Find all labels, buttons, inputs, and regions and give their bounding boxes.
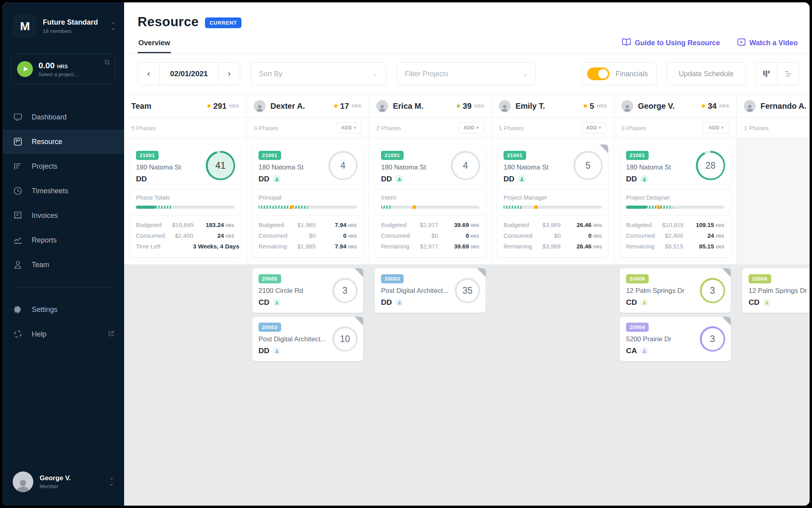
sidebar-item-invoices[interactable]: Invoices xyxy=(2,203,124,228)
edit-icon[interactable] xyxy=(104,59,110,67)
user-name: George V. xyxy=(40,474,71,482)
add-phase-button[interactable]: ADD + xyxy=(458,122,484,133)
add-phase-button[interactable]: ADD + xyxy=(703,122,729,133)
column-name: Team xyxy=(131,102,151,111)
first-row-cell: 21001180 Natoma StDD5Project ManagerBudg… xyxy=(492,138,614,264)
financial-money: $2,400 xyxy=(665,232,683,239)
next-date-button[interactable]: › xyxy=(218,63,240,85)
financial-label: Budgeted xyxy=(259,221,295,228)
guide-link-label: Guide to Using Resource xyxy=(635,39,720,47)
hours-unit: HRS xyxy=(716,234,724,239)
user-menu[interactable]: George V. Member ⌃⌄ xyxy=(2,471,124,506)
sidebar-item-settings[interactable]: Settings xyxy=(2,297,124,322)
phase-mini-card[interactable]: 200045200 Prairie DrCA3 xyxy=(620,317,731,361)
card-progress-section: Project Designer xyxy=(620,189,731,216)
financial-row: Budgeted$10,915109.15 HRS xyxy=(626,219,724,230)
status-dot-icon xyxy=(207,104,211,108)
main-panel: Resource CURRENT Overview Guide to Using… xyxy=(124,2,810,506)
sort-by-placeholder: Sort By xyxy=(259,70,282,78)
sidebar-item-resource[interactable]: Resource xyxy=(2,129,124,154)
guide-link[interactable]: Guide to Using Resource xyxy=(622,38,720,48)
timer-project-placeholder[interactable]: Select a project... xyxy=(38,71,78,77)
financial-label: Budgeted xyxy=(626,221,662,228)
invoices-icon xyxy=(13,211,23,220)
phase-summary-card[interactable]: 21001180 Natoma StDD4InternBudgeted$2,97… xyxy=(375,144,486,257)
add-phase-button[interactable]: ADD + xyxy=(581,122,607,133)
card-progress-section: Intern xyxy=(375,189,486,216)
card-top-section: 21001180 Natoma StDD4 xyxy=(252,144,363,189)
sidebar-item-reports[interactable]: Reports xyxy=(2,228,124,252)
update-schedule-button[interactable]: Update Schedule xyxy=(666,62,746,85)
sidebar-item-timesheets[interactable]: Timesheets xyxy=(2,179,124,203)
overflow-row-cell: 2000612 Palm Springs DrCD3200045200 Prai… xyxy=(614,264,736,506)
phase-mini-card[interactable]: 20003Post Digital Architect...DD10 xyxy=(252,317,363,361)
phase-summary-card[interactable]: 21001180 Natoma StDD28Project DesignerBu… xyxy=(620,144,731,257)
phase-count: 2 Phases xyxy=(376,125,401,131)
corner-fold-icon xyxy=(354,317,363,325)
timer-widget[interactable]: 0.00 HRS Select a project... xyxy=(11,54,115,84)
phase-stage: CD xyxy=(259,298,269,307)
resource-grid: Team291HRS5 Phases21001180 Natoma StDD41… xyxy=(124,94,810,506)
card-top-section: 21001180 Natoma StDD28 xyxy=(620,144,731,189)
financial-row: Consumed$00 HRS xyxy=(259,230,357,241)
role-label: Project Designer xyxy=(626,194,724,201)
financial-money: $2,400 xyxy=(175,232,193,239)
financial-label: Remaining xyxy=(381,243,417,250)
phase-stage: DD xyxy=(626,175,637,183)
sidebar-item-dashboard[interactable]: Dashboard xyxy=(2,105,124,129)
phase-summary-card[interactable]: 21001180 Natoma StDD5Project ManagerBudg… xyxy=(497,144,608,257)
sidebar-item-help[interactable]: Help xyxy=(2,322,124,346)
list-view-icon[interactable] xyxy=(777,63,799,85)
date-value[interactable]: 02/01/2021 xyxy=(159,63,218,85)
sidebar-item-projects[interactable]: Projects xyxy=(2,154,124,179)
project-code-badge: 20006 xyxy=(626,274,649,283)
assignee-dot-icon xyxy=(273,298,281,306)
financial-hours: 0 HRS xyxy=(316,232,357,239)
financial-row: Budgeted$19,845183.24 HRS xyxy=(136,219,234,230)
financial-row: Time Left3 Weeks, 4 Days xyxy=(136,241,234,252)
sort-by-select[interactable]: Sort By ⌄ xyxy=(251,62,386,85)
role-label: Phase Totals xyxy=(136,194,234,201)
page-title: Resource xyxy=(138,14,199,29)
gear-icon xyxy=(13,305,23,314)
financial-row: Budgeted$2,97739.69 HRS xyxy=(381,219,479,230)
filter-placeholder: Filter Projects xyxy=(405,70,448,78)
phase-hours-value: 5 xyxy=(575,153,601,179)
phase-summary-card[interactable]: 21001180 Natoma StDD4PrincipalBudgeted$1… xyxy=(252,144,363,257)
phase-count-row: 5 Phases xyxy=(124,118,246,138)
hours-value: 39 xyxy=(463,102,471,111)
financial-hours: 7.94 HRS xyxy=(316,221,357,228)
progress-marker-dot xyxy=(534,205,538,209)
filter-projects-select[interactable]: Filter Projects ⌄ xyxy=(396,62,536,85)
board-view-icon[interactable] xyxy=(756,63,777,85)
column-name: Fernando A. xyxy=(760,102,806,111)
financial-label: Consumed xyxy=(626,232,663,239)
watch-video-link[interactable]: Watch a Video xyxy=(737,38,798,48)
chevron-down-icon: ⌄ xyxy=(523,70,528,77)
financial-label: Remaining xyxy=(259,243,295,250)
corner-fold-icon xyxy=(477,268,486,277)
hours-unit: HRS xyxy=(597,104,607,108)
progress-bar xyxy=(381,206,479,209)
toolbar: ‹ 02/01/2021 › Sort By ⌄ Filter Projects… xyxy=(124,54,810,94)
phase-mini-card[interactable]: 2000612 Palm Springs DrCD xyxy=(742,268,810,313)
column-header: Team291HRS xyxy=(124,94,246,118)
add-phase-button[interactable]: ADD + xyxy=(336,122,362,133)
phase-mini-card[interactable]: 20003Post Digital Architect...DD35 xyxy=(375,268,486,313)
phase-stage: DD xyxy=(136,175,147,183)
financial-money: $10,915 xyxy=(662,221,684,228)
phase-count-row: 3 PhasesADD + xyxy=(247,118,369,138)
phase-summary-card[interactable]: 21001180 Natoma StDD41Phase TotalsBudget… xyxy=(130,144,241,257)
phase-mini-card[interactable]: 200052100 Circle RdCD3 xyxy=(252,268,363,313)
team-icon xyxy=(13,260,23,269)
tab-overview[interactable]: Overview xyxy=(138,33,171,53)
phase-mini-card[interactable]: 2000612 Palm Springs DrCD3 xyxy=(620,268,731,313)
play-icon[interactable] xyxy=(17,61,33,77)
avatar xyxy=(621,100,633,112)
sidebar-item-team[interactable]: Team xyxy=(2,252,124,277)
org-switcher[interactable]: M Future Standard 18 members ⌃⌄ xyxy=(2,2,124,38)
project-code-badge: 21001 xyxy=(259,151,281,160)
financial-hours: 26.46 HRS xyxy=(561,243,602,250)
prev-date-button[interactable]: ‹ xyxy=(138,63,159,85)
financials-toggle[interactable] xyxy=(587,67,609,80)
